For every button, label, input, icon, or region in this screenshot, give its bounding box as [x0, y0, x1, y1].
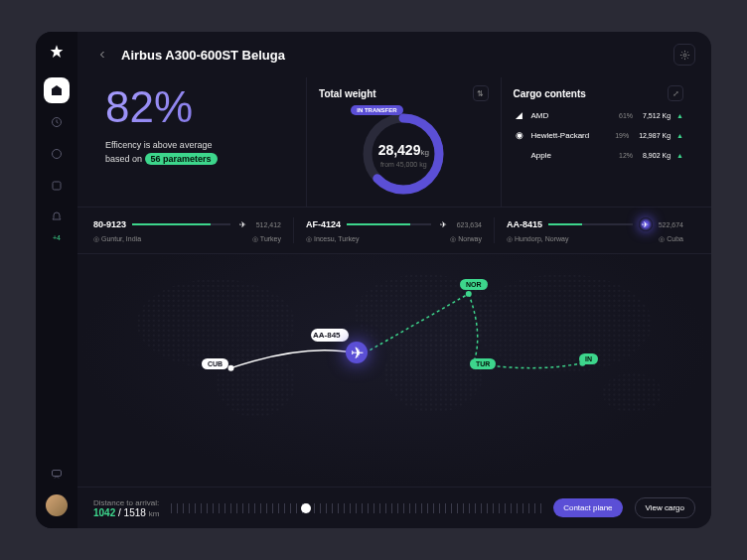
svg-point-11: [384, 334, 484, 413]
hp-icon: ◉: [514, 129, 525, 141]
view-cargo-button[interactable]: View cargo: [635, 497, 695, 518]
parameters-pill: 56 parameters: [145, 153, 218, 165]
trend-up-icon: ▲: [676, 112, 683, 119]
weight-panel: Total weight ⇅ 28,429kg from 45,000 kg: [307, 77, 501, 207]
apple-icon: [514, 149, 525, 161]
slider-knob[interactable]: [301, 503, 311, 513]
weight-value: 28,429: [378, 142, 421, 158]
map-pin-nor[interactable]: NOR: [460, 279, 488, 290]
weight-options-icon[interactable]: ⇅: [473, 85, 489, 101]
amd-icon: ◢: [514, 109, 525, 121]
trend-up-icon: ▲: [676, 152, 683, 159]
cargo-expand-icon[interactable]: ⤢: [668, 85, 683, 101]
cargo-panel: Cargo contents ⤢ ◢ AMD 61% 7,512 Kg ▲ ◉ …: [502, 77, 695, 207]
map-flight-badge[interactable]: AA-845: [311, 329, 349, 342]
cargo-title: Cargo contents: [514, 88, 586, 99]
plane-icon: ✈: [236, 217, 250, 231]
transfer-status-pill: IN TRANSFER: [351, 105, 402, 115]
svg-rect-3: [53, 471, 62, 477]
map-pin-cub[interactable]: CUB: [202, 358, 228, 369]
back-button[interactable]: [93, 46, 111, 64]
plane-icon: ✈: [639, 217, 653, 231]
nav-compass-icon[interactable]: [44, 109, 70, 135]
svg-point-9: [217, 349, 296, 418]
flight-item[interactable]: AA-8415 ✈ 522,674 ◎ Hundorp, Norway ◎ Cu…: [495, 217, 695, 243]
logo-star-icon: [49, 44, 65, 64]
nav-home-icon[interactable]: [44, 77, 70, 103]
nav-bell-icon[interactable]: [44, 205, 70, 230]
flight-progress: [132, 223, 230, 225]
nav-clock-icon[interactable]: [44, 141, 70, 167]
settings-button[interactable]: [673, 44, 695, 66]
svg-point-1: [53, 150, 62, 159]
contact-plane-button[interactable]: Contact plane: [553, 498, 622, 517]
flight-progress: [347, 223, 431, 225]
efficiency-panel: 82% Efficency is above average based on …: [93, 77, 307, 207]
map[interactable]: CUB NOR TUR IN AA-845 ✈: [77, 254, 711, 487]
svg-point-13: [602, 373, 662, 413]
weight-title: Total weight: [319, 88, 376, 99]
efficiency-text: Efficency is above average based on 56 p…: [105, 139, 294, 166]
cargo-row[interactable]: ◉ Hewlett-Packard 19% 12,987 Kg ▲: [514, 129, 683, 141]
nav-chat-icon[interactable]: [44, 461, 70, 487]
trend-up-icon: ▲: [676, 132, 683, 139]
map-pin-in[interactable]: IN: [579, 353, 598, 364]
cargo-row[interactable]: Apple 12% 8,902 Kg ▲: [514, 149, 683, 161]
plane-icon: ✈: [437, 217, 451, 231]
map-plane-icon[interactable]: ✈: [346, 342, 368, 363]
weight-subtitle: from 45,000 kg: [378, 161, 429, 168]
flight-progress: [548, 223, 633, 225]
efficiency-percent: 82%: [105, 85, 294, 129]
cargo-row[interactable]: ◢ AMD 61% 7,512 Kg ▲: [514, 109, 683, 121]
flight-item[interactable]: 80-9123 ✈ 512,412 ◎ Guntur, India ◎ Turk…: [93, 217, 294, 243]
flight-item[interactable]: AF-4124 ✈ 623,634 ◎ Incesu, Turkey ◎ Nor…: [294, 217, 495, 243]
world-map-dots: [77, 254, 711, 422]
avatar[interactable]: [46, 494, 68, 516]
svg-point-12: [474, 274, 652, 373]
notification-count: +4: [53, 234, 61, 241]
map-pin-tur[interactable]: TUR: [470, 358, 496, 369]
svg-point-4: [683, 54, 686, 57]
distance-info: Distance to arrival: 1042 / 1518 km: [93, 498, 159, 518]
page-title: Airbus A300-600ST Beluga: [121, 48, 285, 63]
weight-donut-chart: 28,429kg from 45,000 kg IN TRANSFER: [359, 109, 448, 199]
svg-rect-2: [53, 182, 61, 190]
distance-slider[interactable]: [171, 500, 541, 516]
nav-box-icon[interactable]: [44, 173, 70, 199]
